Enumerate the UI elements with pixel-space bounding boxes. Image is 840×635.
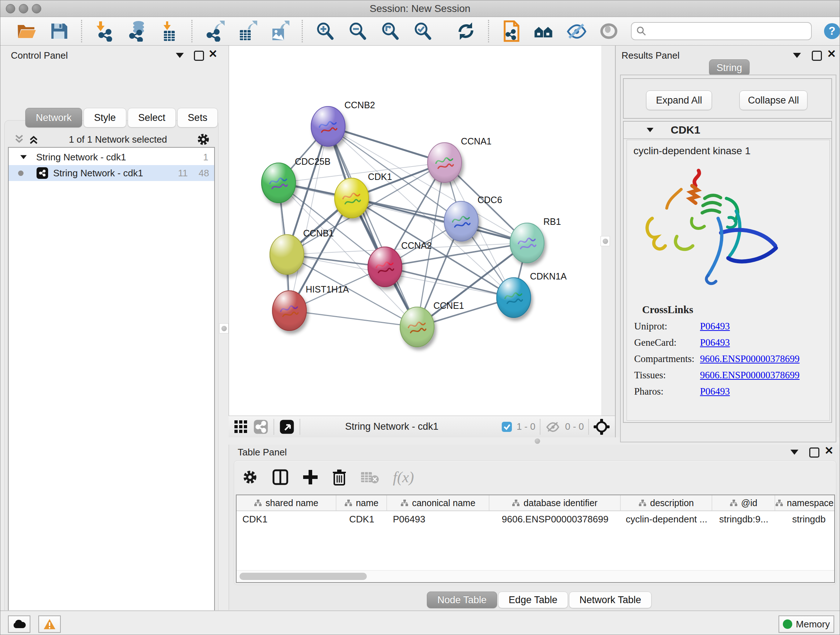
zoom-in-button[interactable] (314, 20, 335, 42)
node-HIST1H1A[interactable]: HIST1H1A (272, 284, 349, 331)
zoom-selected-button[interactable] (412, 20, 433, 42)
tab-sets[interactable]: Sets (177, 108, 218, 127)
fit-selected-crosshair-icon[interactable] (593, 418, 610, 435)
node-RB1[interactable]: RB1 (510, 217, 561, 263)
crosslink-label: Pharos: (634, 386, 700, 397)
network-row[interactable]: String Network - cdk1 11 48 (9, 165, 214, 181)
left-splitter-handle[interactable] (219, 323, 229, 333)
edge-CCNB2-CCNE1[interactable] (328, 126, 417, 327)
warnings-button[interactable] (38, 616, 61, 633)
network-collection-row[interactable]: String Network - cdk1 1 (9, 149, 214, 165)
crosslink-link[interactable]: P06493 (700, 337, 730, 348)
table-cell[interactable]: CDK1 (336, 514, 387, 525)
crosslink-link[interactable]: P06493 (700, 386, 730, 397)
network-view-icon[interactable] (253, 419, 268, 434)
tab-network-table[interactable]: Network Table (569, 592, 652, 608)
hide-selected-button[interactable] (566, 20, 587, 42)
results-panel-menu-icon[interactable] (793, 53, 801, 58)
column-header-shared-name[interactable]: shared name (237, 495, 336, 510)
edge-CCNB2-HIST1H1A[interactable] (289, 126, 328, 310)
node-CCNB1[interactable]: CCNB1 (270, 228, 334, 275)
delete-column-icon[interactable] (332, 469, 347, 486)
export-network-button[interactable] (204, 20, 225, 42)
crosslink-link[interactable]: 9606.ENSP00000378699 (700, 370, 799, 381)
tab-network[interactable]: Network (25, 108, 82, 127)
node-CCNA1[interactable]: CCNA1 (427, 136, 492, 183)
table-options-gear-icon[interactable] (242, 469, 258, 486)
crosslink-link[interactable]: P06493 (700, 321, 730, 332)
table-cell[interactable]: CDK1 (237, 514, 336, 525)
birdseye-view-icon[interactable] (279, 419, 294, 434)
add-column-icon[interactable] (302, 469, 318, 485)
results-panel-float-icon[interactable] (812, 51, 822, 61)
table-cell[interactable]: P06493 (387, 514, 489, 525)
column-header-canonical-name[interactable]: canonical name (387, 495, 489, 510)
import-table-file-button[interactable] (159, 20, 180, 42)
edge-CCNB2-CCNA1[interactable] (328, 126, 445, 163)
apply-layout-button[interactable] (455, 20, 477, 42)
node-CDK1[interactable]: CDK1 (334, 172, 392, 218)
network-canvas[interactable]: CCNB2CCNA1CDC25BCDK1CDC6RB1CCNB1CCNA2CDK… (229, 46, 602, 416)
memory-button[interactable]: Memory (778, 616, 834, 633)
string-network-graph[interactable]: CCNB2CCNA1CDC25BCDK1CDC6RB1CCNB1CCNA2CDK… (229, 46, 602, 416)
collapse-all-chevron-icon[interactable] (13, 134, 25, 145)
column-header--id[interactable]: @id (712, 495, 775, 510)
string-app-button[interactable] (501, 20, 522, 42)
cdk1-section-header[interactable]: CDK1 (624, 122, 831, 139)
selected-checkbox-icon[interactable] (501, 421, 512, 432)
collapse-all-button[interactable]: Collapse All (739, 90, 807, 110)
table-hscrollbar[interactable] (237, 570, 834, 582)
edge-HIST1H1A-CCNE1[interactable] (289, 310, 417, 327)
tab-string[interactable]: String (709, 59, 750, 76)
tab-edge-table[interactable]: Edge Table (498, 592, 568, 608)
zoom-fit-button[interactable] (379, 20, 401, 42)
grid-view-icon[interactable] (234, 420, 248, 434)
results-panel-close-icon[interactable]: ✕ (827, 50, 836, 58)
column-header-namespace[interactable]: namespace (775, 495, 835, 510)
control-panel-menu-icon[interactable] (176, 53, 184, 58)
expand-all-chevron-icon[interactable] (27, 134, 40, 145)
edge-CCNA2-CDKN1A[interactable] (385, 267, 514, 298)
hidden-eye-icon[interactable] (545, 420, 561, 433)
network-node-count: 11 (178, 168, 188, 179)
table-panel-float-icon[interactable] (809, 448, 819, 458)
open-session-button[interactable] (16, 20, 37, 42)
table-panel-close-icon[interactable]: ✕ (824, 447, 834, 455)
control-panel-close-icon[interactable]: ✕ (208, 50, 218, 58)
collection-expand-icon[interactable] (20, 155, 27, 159)
tab-select[interactable]: Select (128, 108, 176, 127)
show-all-networks-button[interactable] (533, 20, 554, 42)
expand-all-button[interactable]: Expand All (646, 90, 712, 110)
zoom-out-button[interactable] (347, 20, 368, 42)
table-row[interactable]: CDK1CDK1P064939606.ENSP00000378699cyclin… (237, 511, 834, 527)
table-panel-menu-icon[interactable] (790, 450, 798, 455)
cloud-button[interactable] (8, 616, 30, 633)
column-header-name[interactable]: name (336, 495, 387, 510)
node-table[interactable]: shared namenamecanonical namedatabase id… (236, 494, 835, 583)
control-panel-float-icon[interactable] (194, 51, 204, 61)
table-cell[interactable]: 9606.ENSP00000378699 (489, 514, 621, 525)
highlight-button[interactable] (598, 20, 619, 42)
node-CCNE1[interactable]: CCNE1 (400, 301, 464, 347)
table-cell[interactable]: stringdb:9... (712, 514, 775, 525)
save-session-button[interactable] (49, 20, 69, 42)
column-header-description[interactable]: description (621, 495, 712, 510)
node-CDKN1A[interactable]: CDKN1A (496, 271, 567, 318)
import-network-file-button[interactable] (94, 20, 115, 42)
network-options-gear-icon[interactable] (196, 132, 210, 147)
tab-style[interactable]: Style (84, 108, 126, 127)
search-input[interactable] (647, 26, 807, 37)
export-image-button[interactable] (269, 20, 290, 42)
table-cell[interactable]: stringdb (775, 514, 835, 525)
hscrollbar-thumb[interactable] (240, 573, 367, 580)
crosslink-link[interactable]: 9606.ENSP00000378699 (700, 353, 799, 364)
show-columns-icon[interactable] (272, 469, 289, 486)
help-button[interactable]: ? (823, 20, 840, 42)
export-table-button[interactable] (237, 20, 257, 42)
right-splitter-handle[interactable] (600, 236, 610, 246)
tab-node-table[interactable]: Node Table (427, 592, 497, 608)
import-network-database-button[interactable] (126, 20, 147, 42)
cdk1-collapse-icon[interactable] (647, 128, 654, 132)
column-header-database-identifier[interactable]: database identifier (489, 495, 621, 510)
table-cell[interactable]: cyclin-dependent ... (621, 514, 712, 525)
